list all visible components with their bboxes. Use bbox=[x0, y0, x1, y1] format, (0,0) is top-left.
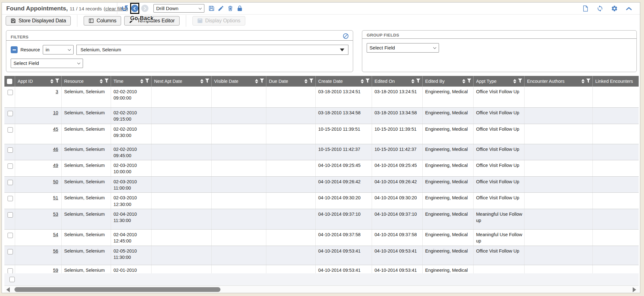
sort-icon[interactable] bbox=[581, 79, 585, 83]
filter-funnel-icon[interactable] bbox=[55, 78, 59, 84]
group-field-select[interactable]: Select Field bbox=[367, 43, 439, 53]
cell-resource: Selenium, Selenium bbox=[62, 160, 111, 176]
cell-due-date bbox=[266, 177, 316, 193]
row-checkbox[interactable] bbox=[8, 147, 13, 153]
appt-id-link[interactable]: 54 bbox=[53, 232, 58, 237]
cell-due-date bbox=[266, 246, 316, 265]
template-select[interactable]: Drill Down bbox=[153, 4, 204, 13]
row-checkbox[interactable] bbox=[8, 212, 13, 218]
collapse-button[interactable] bbox=[625, 5, 632, 12]
column-header-due-date[interactable]: Due Date bbox=[266, 76, 316, 87]
filter-funnel-icon[interactable] bbox=[416, 78, 420, 84]
select-all-header-cell[interactable] bbox=[4, 76, 15, 87]
add-filter-field-select[interactable]: Select Field bbox=[11, 59, 83, 68]
undo-icon[interactable]: ↺ bbox=[121, 5, 128, 12]
cell-encounter-authors bbox=[525, 193, 593, 209]
column-header-resource[interactable]: Resource bbox=[62, 76, 111, 87]
table-row: 46Selenium, Selenium02-02-2010 09:45:001… bbox=[4, 144, 639, 161]
appt-id-link[interactable]: 10 bbox=[53, 110, 58, 115]
scroll-right-arrow-icon[interactable] bbox=[633, 287, 636, 292]
filter-funnel-icon[interactable] bbox=[104, 78, 109, 84]
filter-funnel-icon[interactable] bbox=[205, 78, 209, 84]
edit-template-button[interactable] bbox=[218, 5, 224, 12]
sort-icon[interactable] bbox=[255, 79, 258, 83]
column-header-appt-type[interactable]: Appt Type bbox=[474, 76, 525, 87]
row-checkbox[interactable] bbox=[8, 268, 13, 273]
cell-linked-encounters bbox=[593, 265, 639, 273]
row-checkbox[interactable] bbox=[8, 163, 13, 169]
store-displayed-data-button[interactable]: Store Displayed Data bbox=[6, 16, 71, 26]
appt-id-link[interactable]: 45 bbox=[53, 127, 58, 132]
new-document-button[interactable] bbox=[582, 5, 589, 12]
go-forward-button[interactable] bbox=[141, 5, 148, 12]
filter-funnel-icon[interactable] bbox=[260, 78, 264, 84]
button-group-divider bbox=[186, 15, 186, 27]
refresh-button[interactable] bbox=[597, 5, 603, 12]
appt-id-link[interactable]: 51 bbox=[53, 195, 58, 200]
column-header-edited-by[interactable]: Edited By bbox=[423, 76, 474, 87]
appt-id-link[interactable]: 59 bbox=[53, 268, 58, 273]
appt-id-link[interactable]: 49 bbox=[53, 163, 58, 168]
column-header-edited-on[interactable]: Edited On bbox=[372, 76, 423, 87]
column-header-next-apt-date[interactable]: Next Apt Date bbox=[152, 76, 212, 87]
column-header-appt-id[interactable]: Appt ID bbox=[15, 76, 62, 87]
row-checkbox[interactable] bbox=[8, 180, 13, 185]
row-checkbox[interactable] bbox=[8, 111, 13, 116]
column-header-encounter-authors[interactable]: Encounter Authors bbox=[525, 76, 593, 87]
column-header-time[interactable]: Time bbox=[111, 76, 152, 87]
columns-button[interactable]: Columns bbox=[84, 16, 121, 26]
cell-appt-type: Office Visit Follow Up bbox=[474, 177, 525, 193]
appt-id-link[interactable]: 46 bbox=[53, 147, 58, 152]
appt-id-link[interactable]: 50 bbox=[53, 179, 58, 184]
sort-icon[interactable] bbox=[140, 79, 143, 83]
templates-editor-button[interactable]: Templates Editor bbox=[124, 16, 179, 26]
filter-funnel-icon[interactable] bbox=[145, 78, 149, 84]
appt-id-link[interactable]: 56 bbox=[53, 248, 58, 253]
sort-icon[interactable] bbox=[361, 79, 364, 83]
save-template-button[interactable] bbox=[208, 5, 215, 12]
column-header-visible-date[interactable]: Visible Date bbox=[212, 76, 266, 87]
column-header-label: Edited On bbox=[375, 79, 395, 84]
scrollbar-thumb[interactable] bbox=[14, 287, 220, 292]
go-back-button[interactable] bbox=[130, 3, 139, 14]
filter-funnel-icon[interactable] bbox=[309, 78, 314, 84]
sort-icon[interactable] bbox=[100, 79, 103, 83]
horizontal-scrollbar[interactable] bbox=[4, 286, 639, 293]
filter-value-combo[interactable]: Selenium, Selenium bbox=[76, 45, 348, 55]
footer-row-checkbox[interactable] bbox=[9, 277, 15, 282]
filter-operator-select[interactable]: in bbox=[43, 45, 74, 54]
row-checkbox[interactable] bbox=[8, 90, 13, 95]
filters-panel: FILTERS Resource in Selenium, Selenium S bbox=[6, 30, 353, 72]
delete-template-button[interactable] bbox=[227, 5, 234, 12]
cell-create-date: 04-10-2014 09:37:10 bbox=[316, 209, 372, 229]
sort-icon[interactable] bbox=[200, 79, 203, 83]
appt-id-link[interactable]: 53 bbox=[53, 212, 58, 217]
scroll-left-arrow-icon[interactable] bbox=[6, 287, 10, 292]
filter-funnel-icon[interactable] bbox=[586, 78, 591, 84]
filter-funnel-icon[interactable] bbox=[467, 78, 471, 84]
sort-icon[interactable] bbox=[462, 79, 465, 83]
row-checkbox[interactable] bbox=[8, 196, 13, 201]
lock-template-button[interactable] bbox=[236, 5, 243, 12]
row-checkbox[interactable] bbox=[8, 127, 13, 133]
select-all-checkbox[interactable] bbox=[7, 79, 12, 84]
sort-icon[interactable] bbox=[50, 79, 53, 83]
filter-funnel-icon[interactable] bbox=[365, 78, 370, 84]
column-header-linked-encounters[interactable]: Linked Encounters bbox=[593, 76, 639, 87]
sort-icon[interactable] bbox=[304, 79, 308, 83]
refresh-icon bbox=[597, 5, 603, 12]
settings-button[interactable] bbox=[611, 5, 618, 12]
header-icon-group bbox=[410, 78, 420, 84]
appt-id-link[interactable]: 3 bbox=[56, 89, 58, 94]
remove-filter-button[interactable] bbox=[11, 46, 18, 53]
sort-icon[interactable] bbox=[411, 79, 414, 83]
clear-filters-icon[interactable] bbox=[342, 33, 349, 39]
sort-icon[interactable] bbox=[513, 79, 516, 83]
header-icon-group bbox=[461, 78, 471, 84]
row-checkbox[interactable] bbox=[8, 233, 13, 238]
cell-appt-id: 54 bbox=[15, 230, 62, 246]
column-header-create-date[interactable]: Create Date bbox=[316, 76, 372, 87]
filter-funnel-icon[interactable] bbox=[518, 78, 522, 84]
row-checkbox[interactable] bbox=[8, 249, 13, 254]
display-options-button[interactable]: Display Options bbox=[192, 16, 245, 26]
